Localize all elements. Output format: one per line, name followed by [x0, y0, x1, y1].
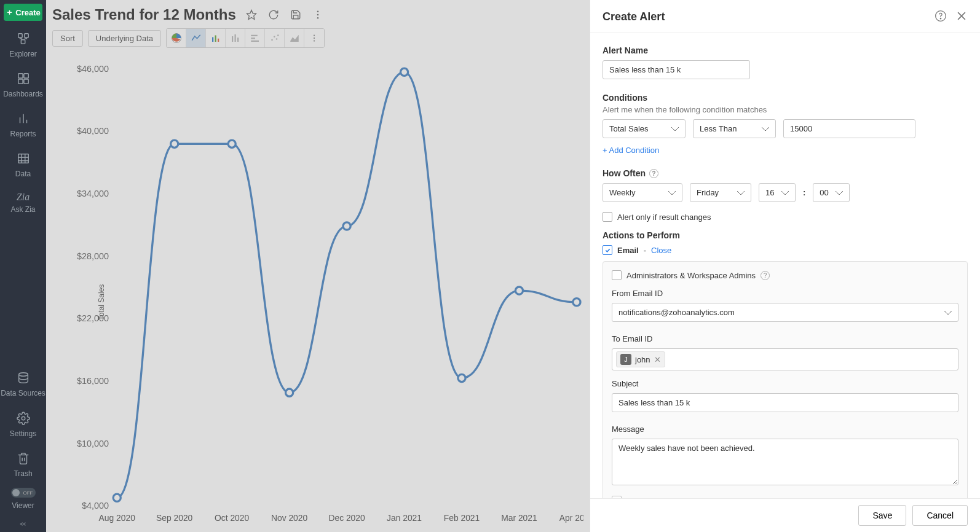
svg-rect-18 [232, 36, 233, 42]
pie-chart-icon[interactable] [167, 29, 186, 47]
svg-text:Nov 2020: Nov 2020 [271, 513, 308, 523]
to-email-input[interactable]: J john ✕ [612, 348, 958, 370]
viewer-toggle[interactable]: OFF [11, 488, 36, 498]
help-icon[interactable]: ? [761, 271, 770, 280]
checkbox-checked-icon [603, 245, 612, 255]
alert-name-input[interactable] [603, 60, 750, 79]
only-if-changes-checkbox[interactable]: Alert only if result changes [603, 212, 968, 222]
create-alert-panel: Create Alert Alert Name Conditions Alert… [590, 0, 980, 532]
area-chart-icon[interactable] [285, 29, 304, 47]
svg-point-26 [275, 38, 277, 40]
refresh-icon[interactable] [267, 8, 280, 22]
panel-footer: Save Cancel [590, 498, 980, 532]
svg-text:Feb 2021: Feb 2021 [444, 513, 480, 523]
minute-select[interactable]: 00 [813, 183, 850, 202]
email-close-link[interactable]: Close [651, 246, 671, 255]
add-condition-link[interactable]: + Add Condition [603, 146, 968, 155]
svg-text:Sep 2020: Sep 2020 [156, 513, 193, 523]
sidebar-item-trash[interactable]: Trash [0, 444, 46, 484]
svg-text:$16,000: $16,000 [77, 376, 109, 386]
svg-point-51 [286, 389, 293, 396]
remove-token-icon[interactable]: ✕ [654, 355, 661, 364]
sidebar-item-label: Data Sources [1, 389, 45, 398]
svg-point-54 [458, 374, 465, 381]
star-icon[interactable] [245, 8, 258, 22]
svg-text:Jan 2021: Jan 2021 [387, 513, 422, 523]
email-action-toggle[interactable]: Email - Close [603, 245, 968, 255]
frequency-select[interactable]: Weekly [603, 183, 682, 202]
condition-value-input[interactable] [783, 119, 915, 138]
svg-rect-4 [23, 74, 28, 78]
sidebar-item-label: Dashboards [3, 90, 43, 98]
gear-icon [17, 412, 30, 427]
actions-label: Actions to Perform [603, 230, 968, 240]
include-report-checkbox[interactable]: Include Report [612, 496, 958, 498]
svg-text:Apr 2021: Apr 2021 [559, 513, 583, 523]
stacked-bar-icon[interactable] [226, 29, 245, 47]
data-icon [17, 152, 30, 167]
svg-point-12 [317, 14, 318, 16]
hour-select[interactable]: 16 [759, 183, 796, 202]
sort-button[interactable]: Sort [52, 30, 83, 47]
svg-text:$46,000: $46,000 [77, 64, 109, 74]
help-icon[interactable] [935, 10, 947, 24]
how-often-label: How Often ? [603, 168, 968, 178]
condition-field-select[interactable]: Total Sales [603, 119, 686, 138]
collapse-handle[interactable] [0, 516, 46, 532]
sidebar-item-label: Settings [10, 429, 36, 438]
sidebar-item-ask-zia[interactable]: Zia Ask Zia [0, 184, 46, 220]
horizontal-bar-icon[interactable] [245, 29, 265, 47]
save-button[interactable]: Save [858, 505, 906, 526]
bar-chart-icon[interactable] [206, 29, 226, 47]
save-icon[interactable] [289, 8, 302, 22]
svg-rect-22 [251, 37, 255, 39]
admins-checkbox[interactable]: Administrators & Workspace Admins ? [612, 270, 958, 280]
checkbox-icon [612, 496, 622, 498]
message-input[interactable] [612, 439, 958, 485]
sidebar-item-dashboards[interactable]: Dashboards [0, 65, 46, 104]
plus-icon: ＋ [6, 7, 14, 18]
sidebar-item-label: Data [15, 170, 31, 178]
conditions-helper: Alert me when the following condition ma… [603, 105, 968, 114]
svg-rect-3 [18, 74, 22, 78]
subject-label: Subject [612, 379, 958, 388]
sidebar-item-data-sources[interactable]: Data Sources [0, 364, 46, 404]
chart-type-group [166, 28, 325, 48]
from-email-select[interactable]: notifications@zohoanalytics.com [612, 303, 958, 322]
sidebar-item-settings[interactable]: Settings [0, 404, 46, 444]
svg-rect-2 [21, 40, 25, 44]
chart-more-icon[interactable] [304, 29, 324, 47]
admins-label: Administrators & Workspace Admins [626, 271, 756, 280]
sidebar-item-data[interactable]: Data [0, 144, 46, 184]
subject-input[interactable] [612, 393, 958, 412]
svg-rect-7 [18, 154, 28, 163]
dash: - [644, 246, 646, 255]
message-label: Message [612, 424, 958, 434]
sidebar-item-reports[interactable]: Reports [0, 104, 46, 144]
svg-rect-1 [24, 34, 28, 37]
svg-marker-10 [247, 10, 256, 20]
condition-operator-select[interactable]: Less Than [693, 119, 776, 138]
svg-point-27 [277, 34, 279, 36]
conditions-label: Conditions [603, 93, 968, 103]
alert-name-label: Alert Name [603, 45, 968, 55]
more-icon[interactable] [311, 8, 325, 22]
create-button[interactable]: ＋ Create [4, 4, 42, 21]
underlying-data-button[interactable]: Underlying Data [88, 30, 161, 47]
svg-rect-17 [218, 39, 219, 42]
line-chart-icon[interactable] [186, 29, 206, 47]
sidebar-item-explorer[interactable]: Explorer [0, 25, 46, 65]
help-icon[interactable]: ? [649, 169, 658, 178]
time-colon: : [803, 188, 805, 197]
close-icon[interactable] [955, 10, 968, 24]
sidebar-item-label: Reports [10, 130, 36, 138]
svg-rect-19 [234, 34, 235, 42]
y-axis-title: Total Sales [97, 284, 106, 321]
cancel-button[interactable]: Cancel [912, 505, 968, 526]
report-title: Sales Trend for 12 Months [52, 6, 236, 23]
to-email-label: To Email ID [612, 334, 958, 343]
svg-point-25 [273, 36, 275, 37]
day-select[interactable]: Friday [690, 183, 751, 202]
dashboards-icon [17, 72, 30, 87]
scatter-chart-icon[interactable] [265, 29, 285, 47]
